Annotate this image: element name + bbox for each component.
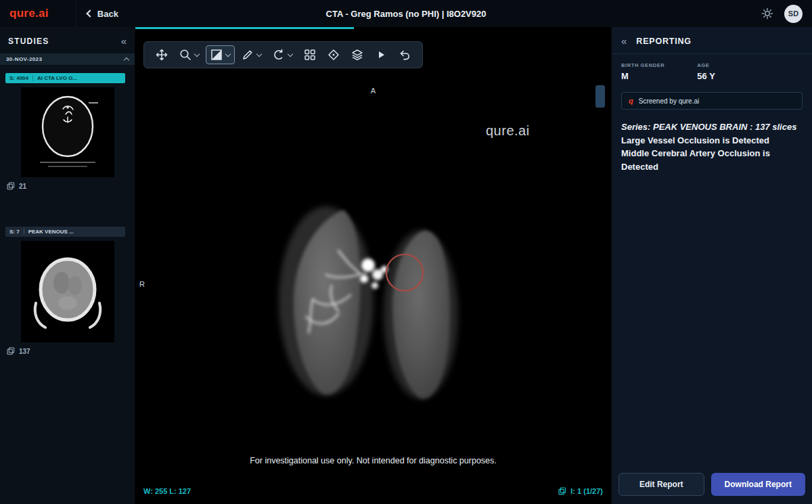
collapse-sidebar-button[interactable]: « [121,36,127,46]
download-report-button[interactable]: Download Report [711,473,805,496]
series-name: PEAK VENOUS ... [24,229,74,235]
study-date-group[interactable]: 30-NOV-2023 [0,53,135,65]
series-thumbnail-cta[interactable] [21,87,114,177]
back-button[interactable]: Back [87,9,118,19]
series-count-row: 137 [0,342,135,355]
back-label: Back [97,9,118,19]
stack-icon [7,182,15,190]
window-level-readout: W: 255 L: 127 [143,487,191,495]
layout-tool-button[interactable] [299,45,321,64]
pencil-icon [242,49,254,61]
pan-icon [156,49,168,61]
series-id: S: 4004 [9,75,32,81]
edit-report-button[interactable]: Edit Report [618,473,704,496]
pan-tool-button[interactable] [151,45,173,64]
stack-icon [7,347,15,355]
layers-icon [351,49,363,61]
chevron-left-icon [86,9,93,17]
zoom-icon [179,49,191,61]
window-level-tool-button[interactable] [206,45,235,64]
series-item-peak-venous[interactable]: S: 7 PEAK VENOUS ... [5,227,125,237]
investigational-disclaimer: For investigational use only. Not intend… [135,456,611,465]
stack-icon [558,487,566,495]
age-value: 56 Y [697,71,715,81]
window-level-icon [210,49,223,61]
series-count-row: 21 [0,177,135,190]
viewer-toolbar [143,41,423,68]
stack-scrollbar[interactable] [595,85,605,108]
ai-findings: Series: PEAK VENOUS BRAIN : 137 slices L… [612,115,812,179]
birth-gender-value: M [621,71,664,81]
qure-mark-icon: q [629,97,633,105]
layout-grid-icon [304,49,316,61]
reporting-header: « REPORTING [612,27,812,54]
birth-gender-label: BIRTH GENDER [621,62,664,68]
series-thumbnail-peak-venous[interactable] [21,241,114,342]
chevron-down-icon[interactable] [288,51,293,57]
screened-by-badge: q Screened by qure.ai [621,92,803,110]
series-image-count: 21 [19,183,26,190]
topbar-divider [76,0,76,27]
image-viewport[interactable]: A R qure.ai For investigational use only… [135,27,611,504]
chevron-down-icon[interactable] [256,51,262,57]
series-item-cta-lvo[interactable]: S: 4004 AI CTA LVO O... [5,73,125,83]
cine-play-button[interactable] [370,45,392,64]
series-id: S: 7 [9,229,24,235]
top-bar: qure.ai Back CTA - Greg Ramos (no PHI) |… [0,0,812,27]
rotate-tool-button[interactable] [268,45,297,64]
finding-series: Series: PEAK VENOUS BRAIN : 137 slices [621,120,803,134]
annotate-tool-button[interactable] [237,45,266,64]
finding-mca: Middle Cerebral Artery Occlusion is Dete… [621,147,803,173]
patient-demographics: BIRTH GENDER M AGE 56 Y [612,54,812,84]
series-image-count: 137 [19,348,30,355]
chevron-down-icon[interactable] [194,51,200,57]
screened-by-text: Screened by qure.ai [639,97,700,105]
undo-icon [399,49,411,61]
study-title: CTA - Greg Ramos (no PHI) | I8O2V920 [0,9,812,19]
studies-sidebar: STUDIES « 30-NOV-2023 S: 4004 AI CTA LVO… [0,27,135,504]
reporting-title: REPORTING [636,37,692,46]
reporting-footer: Edit Report Download Report [612,465,812,504]
studies-header: STUDIES « [0,27,135,53]
orientation-marker-right: R [139,280,145,288]
study-date-label: 30-NOV-2023 [6,56,42,62]
ct-angiogram-image [135,27,611,504]
app-window: qure.ai Back CTA - Greg Ramos (no PHI) |… [0,0,812,504]
studies-title: STUDIES [8,37,49,46]
stack-scroll-tool-button[interactable] [346,45,368,64]
topbar-right: SD [761,5,803,23]
slice-indicator-text: I: 1 (1/27) [570,487,603,495]
probe-diamond-icon [328,49,340,61]
avatar[interactable]: SD [784,5,803,23]
chevron-down-icon[interactable] [225,51,231,57]
series-name: AI CTA LVO O... [32,75,77,81]
zoom-tool-button[interactable] [175,45,204,64]
finding-lvo: Large Vessel Occlusion is Detected [621,134,803,147]
demographic-field: AGE 56 Y [697,62,715,81]
qure-logo: qure.ai [9,7,49,20]
play-icon [375,49,387,61]
slice-indicator: I: 1 (1/27) [558,487,603,495]
qure-watermark: qure.ai [486,123,530,139]
reporting-panel: « REPORTING BIRTH GENDER M AGE 56 Y q Sc… [611,27,812,504]
gear-icon[interactable] [761,7,773,20]
orientation-marker-anterior: A [371,87,376,95]
probe-tool-button[interactable] [323,45,344,64]
chevron-up-icon [124,57,129,62]
undo-button[interactable] [394,45,415,64]
demographic-field: BIRTH GENDER M [621,62,664,81]
age-label: AGE [697,62,715,68]
expand-reporting-button[interactable]: « [621,36,627,46]
rotate-icon [273,49,285,61]
